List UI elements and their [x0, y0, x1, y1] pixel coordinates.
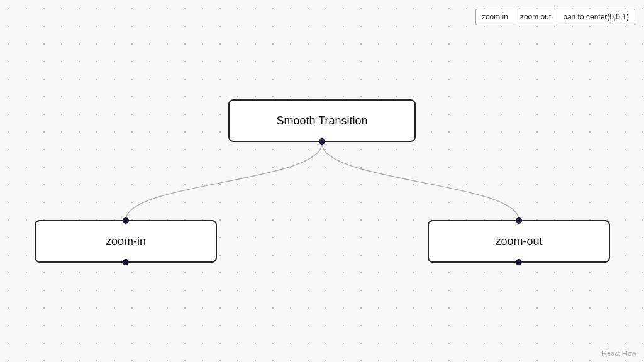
- zoom-in-button[interactable]: zoom in: [475, 9, 514, 25]
- zoom-out-button[interactable]: zoom out: [514, 9, 557, 25]
- node-right-label: zoom-out: [495, 235, 542, 248]
- node-root-label: Smooth Transition: [276, 114, 367, 128]
- node-left-top-dot: [123, 217, 129, 224]
- node-right-top-dot: [516, 217, 522, 224]
- node-root-bottom-dot: [319, 138, 325, 145]
- node-root[interactable]: Smooth Transition: [228, 99, 416, 142]
- node-left[interactable]: zoom-in: [35, 220, 217, 263]
- node-right[interactable]: zoom-out: [428, 220, 610, 263]
- watermark: React Flow: [602, 349, 636, 357]
- node-left-label: zoom-in: [106, 235, 146, 248]
- node-right-bottom-dot: [516, 259, 522, 265]
- node-left-bottom-dot: [123, 259, 129, 265]
- toolbar: zoom in zoom out pan to center(0,0,1): [475, 9, 635, 25]
- pan-to-center-button[interactable]: pan to center(0,0,1): [557, 9, 635, 25]
- flow-canvas: Smooth Transition zoom-in zoom-out: [0, 0, 644, 362]
